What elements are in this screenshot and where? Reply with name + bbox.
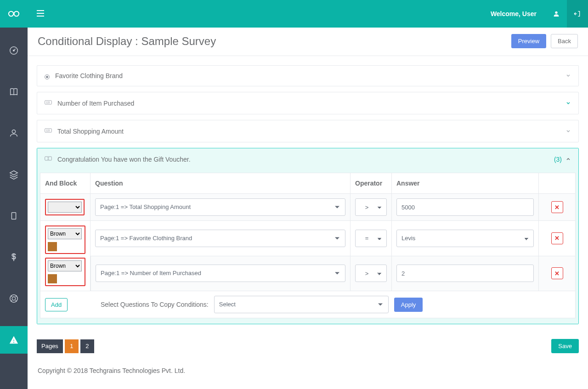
profile-button[interactable]	[546, 0, 567, 28]
hamburger-icon	[37, 10, 44, 17]
app-logo[interactable]	[0, 0, 28, 28]
svg-point-0	[9, 11, 14, 17]
menu-toggle-button[interactable]	[28, 10, 53, 18]
svg-rect-3	[37, 13, 44, 14]
welcome-text: Welcome, User	[481, 10, 546, 17]
topbar: Welcome, User	[0, 0, 588, 28]
user-icon	[553, 10, 560, 17]
svg-point-1	[14, 11, 19, 17]
svg-point-5	[555, 11, 557, 14]
logout-icon	[574, 10, 581, 17]
svg-rect-2	[37, 10, 44, 11]
logout-button[interactable]	[567, 0, 588, 28]
logo-icon	[7, 7, 20, 20]
svg-rect-4	[37, 16, 44, 17]
